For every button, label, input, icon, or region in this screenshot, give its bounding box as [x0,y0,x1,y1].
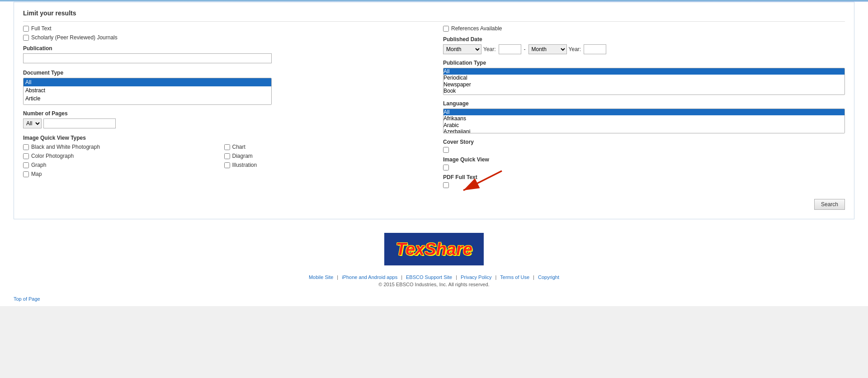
ebsco-support-link[interactable]: EBSCO Support Site [406,274,452,280]
full-text-label: Full Text [31,25,51,32]
dash-separator: - [524,46,526,52]
language-listbox[interactable]: All Afrikaans Arabic Azerbaijani [443,109,845,133]
map-label: Map [31,171,42,177]
iqv-left-col: Black and White Photograph Color Photogr… [23,144,224,180]
right-column: References Available Published Date Mont… [439,25,845,190]
iqv-grid: Black and White Photograph Color Photogr… [23,144,425,180]
cover-story-checkbox[interactable] [443,147,449,153]
privacy-policy-link[interactable]: Privacy Policy [461,274,491,280]
iqv-graph: Graph [23,162,224,168]
cover-story-row [443,147,845,153]
bw-photo-checkbox[interactable] [23,144,29,150]
references-row: References Available [443,25,845,32]
references-checkbox[interactable] [443,26,449,32]
iqv-color-photo: Color Photograph [23,153,224,159]
iqv-diagram: Diagram [224,153,425,159]
scholarly-row: Scholarly (Peer Reviewed) Journals [23,34,425,41]
publication-label: Publication [23,45,425,52]
pdf-full-text-checkbox-row [443,182,449,188]
mobile-site-link[interactable]: Mobile Site [309,274,333,280]
red-arrow-annotation [452,169,506,196]
full-text-row: Full Text [23,25,425,32]
chart-checkbox[interactable] [224,144,230,150]
image-quick-view-right-label: Image Quick View [443,156,845,163]
pages-row: All = < > <= >= [23,118,425,128]
illustration-checkbox[interactable] [224,162,230,168]
diagram-label: Diagram [232,153,253,159]
bottom-footer: Top of Page [0,292,868,306]
search-button-row: Search [23,199,845,210]
top-of-page-link[interactable]: Top of Page [14,296,40,302]
two-col-layout: Full Text Scholarly (Peer Reviewed) Jour… [23,25,845,190]
copyright-link[interactable]: Copyright [538,274,559,280]
published-date-label: Published Date [443,36,845,43]
color-photo-checkbox[interactable] [23,153,29,159]
month-to-select[interactable]: Month January February March April May J… [528,44,567,54]
publication-input[interactable] [23,53,272,63]
chart-label: Chart [232,144,245,150]
color-photo-label: Color Photograph [31,153,74,159]
diagram-checkbox[interactable] [224,153,230,159]
image-quick-view-section: Image Quick View Types Black and White P… [23,135,425,180]
full-text-checkbox[interactable] [23,26,29,32]
svg-line-1 [463,171,502,190]
references-label: References Available [451,25,502,32]
iqv-chart: Chart [224,144,425,150]
texshare-text: TexShare [396,240,472,259]
texshare-banner: TexShare [384,233,484,265]
language-label: Language [443,100,845,107]
iqv-right-col: Chart Diagram Illustration [224,144,425,180]
texshare-area: TexShare [0,233,868,265]
month-from-select[interactable]: Month January February March April May J… [443,44,481,54]
year-from-label: Year: [483,46,496,52]
terms-of-use-link[interactable]: Terms of Use [500,274,529,280]
content-area: Limit your results Full Text Scholarly (… [14,2,854,219]
map-checkbox[interactable] [23,171,29,177]
published-date-row: Month January February March April May J… [443,44,845,54]
limit-title: Limit your results [23,7,845,22]
bw-photo-label: Black and White Photograph [31,144,100,150]
year-from-input[interactable] [499,44,521,54]
left-column: Full Text Scholarly (Peer Reviewed) Jour… [23,25,439,190]
scholarly-label: Scholarly (Peer Reviewed) Journals [31,34,118,41]
pages-select[interactable]: All = < > <= >= [23,118,42,128]
illustration-label: Illustration [232,162,257,168]
graph-checkbox[interactable] [23,162,29,168]
year-to-input[interactable] [584,44,606,54]
document-type-listbox[interactable]: All Abstract Article Bibliography [23,78,272,105]
publication-type-listbox[interactable]: All Periodical Newspaper Book [443,68,845,95]
iphone-android-link[interactable]: iPhone and Android apps [342,274,397,280]
year-to-label: Year: [569,46,581,52]
publication-type-label: Publication Type [443,60,845,66]
pages-input[interactable] [43,118,116,128]
main-container: Limit your results Full Text Scholarly (… [0,0,868,306]
cover-story-field-label: Cover Story [443,139,845,145]
image-quick-view-checkbox[interactable] [443,165,449,170]
iqv-illustration: Illustration [224,162,425,168]
iqv-bw-photo: Black and White Photograph [23,144,224,150]
pdf-full-text-row [443,182,449,190]
iqv-label: Image Quick View Types [23,135,425,141]
document-type-label: Document Type [23,70,425,76]
graph-label: Graph [31,162,46,168]
pdf-full-text-checkbox[interactable] [443,182,449,188]
number-of-pages-label: Number of Pages [23,110,425,117]
iqv-map: Map [23,171,224,177]
footer-links: Mobile Site | iPhone and Android apps | … [0,274,868,280]
scholarly-checkbox[interactable] [23,35,29,41]
search-button[interactable]: Search [814,199,845,210]
footer-copyright: © 2015 EBSCO Industries, Inc. All rights… [0,282,868,287]
